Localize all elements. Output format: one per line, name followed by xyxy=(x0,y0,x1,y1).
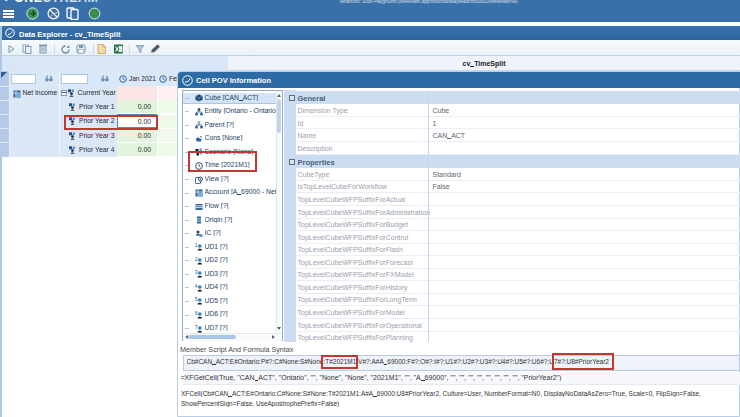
svg-text:2: 2 xyxy=(195,257,198,262)
svg-text:3: 3 xyxy=(195,270,198,275)
svg-text:1: 1 xyxy=(195,243,198,248)
svg-text:6: 6 xyxy=(195,311,198,316)
svg-text:5: 5 xyxy=(195,297,198,302)
svg-text:7: 7 xyxy=(195,325,198,330)
svg-text:4: 4 xyxy=(195,284,198,289)
